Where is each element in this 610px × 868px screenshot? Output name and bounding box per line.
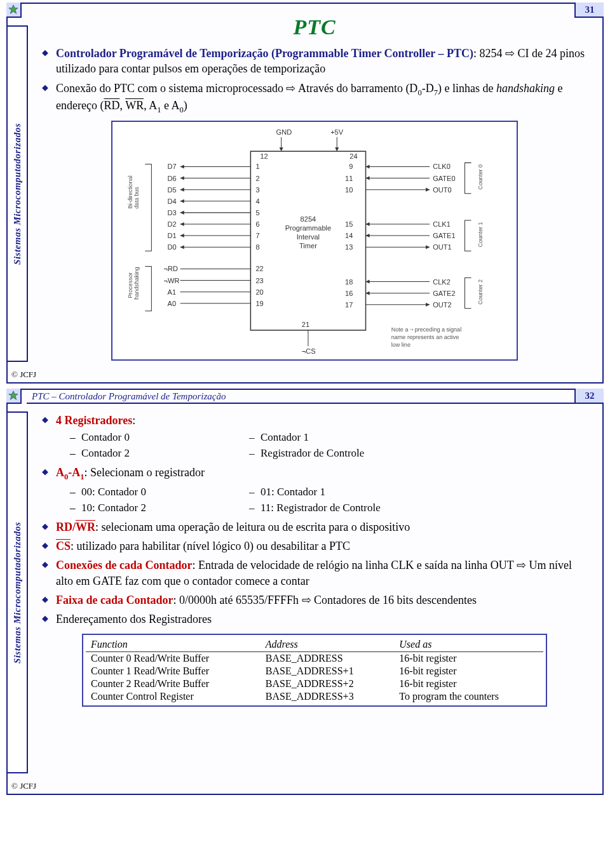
svg-marker-61 bbox=[426, 187, 430, 191]
left-bus: data bus bbox=[133, 186, 140, 208]
td-u2: 16-bit register bbox=[394, 678, 543, 690]
s1b: Contador 1 bbox=[249, 431, 309, 445]
svg-marker-79 bbox=[366, 279, 370, 283]
svg-text:CLK0: CLK0 bbox=[433, 163, 451, 170]
svg-marker-12 bbox=[180, 176, 184, 180]
b2-rd: RD bbox=[104, 99, 119, 112]
svg-marker-36 bbox=[180, 245, 184, 249]
td-u3: To program the counters bbox=[394, 690, 543, 703]
svg-text:D0: D0 bbox=[168, 243, 177, 251]
gnd-label: GND bbox=[276, 128, 292, 136]
svg-text:D4: D4 bbox=[168, 197, 177, 205]
svg-text:Counter 1: Counter 1 bbox=[477, 222, 484, 247]
svg-text:19: 19 bbox=[255, 300, 263, 307]
b1-colon: : bbox=[132, 414, 135, 427]
svg-text:D2: D2 bbox=[168, 220, 177, 228]
svg-marker-16 bbox=[180, 187, 184, 191]
table-row: Counter 0 Read/Write Buffer BASE_ADDRESS… bbox=[86, 651, 543, 665]
b2-g: e A bbox=[161, 99, 179, 112]
slide-title: PTC bbox=[39, 15, 590, 39]
note-1: Note a ¬ preceding a signal bbox=[391, 326, 461, 333]
sub-row-1: Contador 0 Contador 1 bbox=[70, 431, 590, 445]
svg-text:11: 11 bbox=[345, 174, 353, 182]
chip-l1: 8254 bbox=[301, 215, 316, 223]
svg-marker-66 bbox=[366, 222, 370, 226]
svg-marker-83 bbox=[366, 291, 370, 295]
svg-text:OUT1: OUT1 bbox=[433, 243, 452, 251]
svg-text:GATE1: GATE1 bbox=[433, 232, 455, 239]
sub-row-4: 10: Contador 2 11: Registrador de Contro… bbox=[70, 501, 590, 516]
s4b: 11: Registrador de Controle bbox=[249, 501, 381, 516]
td-a0: BASE_ADDRESS bbox=[261, 651, 395, 665]
b1-head: 4 Registradores bbox=[56, 414, 132, 427]
bullet-cs: CS: utilizado para habilitar (nível lógi… bbox=[42, 538, 590, 554]
svg-text:16: 16 bbox=[345, 289, 353, 297]
chip-l3: Interval bbox=[297, 233, 320, 241]
table-row: Counter 1 Read/Write Buffer BASE_ADDRESS… bbox=[86, 665, 543, 678]
slide-content: 4 Registradores: Contador 0 Contador 1 C… bbox=[39, 413, 590, 723]
table-row: Counter Control Register BASE_ADDRESS+3 … bbox=[86, 690, 543, 703]
slide-31: 31 Sistemas Microcomputadorizados © JCFJ… bbox=[6, 3, 604, 384]
b6-head: Faixa de cada Contador bbox=[56, 594, 173, 606]
svg-text:A1: A1 bbox=[168, 288, 177, 295]
svg-text:¬RD: ¬RD bbox=[163, 265, 177, 272]
svg-text:1: 1 bbox=[255, 163, 259, 170]
note-3: low line bbox=[391, 342, 410, 348]
bullet-endereco: Endereçamento dos Registradores bbox=[42, 611, 590, 627]
svg-text:15: 15 bbox=[345, 220, 353, 228]
b2-e: , bbox=[119, 99, 125, 112]
s4a: 10: Contador 2 bbox=[70, 501, 208, 516]
td-f0: Counter 0 Read/Write Buffer bbox=[86, 651, 261, 665]
subtitle: PTC – Controlador Programável de Tempori… bbox=[27, 390, 574, 404]
th-address: Address bbox=[261, 638, 395, 652]
th-function: Function bbox=[86, 638, 261, 652]
svg-text:14: 14 bbox=[345, 232, 353, 239]
register-table: Function Address Used as Counter 0 Read/… bbox=[82, 634, 547, 707]
b2-h: ) bbox=[184, 99, 187, 112]
b2-a: Conexão do PTC com o sistema microproces… bbox=[56, 82, 417, 95]
b2-wr: WR bbox=[125, 99, 144, 112]
footer: © JCFJ bbox=[11, 781, 36, 791]
td-a3: BASE_ADDRESS+3 bbox=[261, 690, 395, 703]
svg-text:OUT2: OUT2 bbox=[433, 301, 452, 309]
svg-text:2: 2 bbox=[255, 174, 259, 182]
td-a2: BASE_ADDRESS+2 bbox=[261, 678, 395, 690]
svg-marker-28 bbox=[180, 222, 184, 226]
page-number: 31 bbox=[574, 3, 604, 18]
td-a1: BASE_ADDRESS+1 bbox=[261, 665, 395, 678]
b4-tail: : utilizado para habilitar (nível lógico… bbox=[71, 540, 350, 552]
svg-text:D3: D3 bbox=[168, 209, 177, 217]
svg-text:3: 3 bbox=[255, 185, 259, 193]
svg-marker-2 bbox=[280, 147, 283, 151]
td-u1: 16-bit register bbox=[394, 665, 543, 678]
sub-row-2: Contador 2 Registrador de Controle bbox=[70, 446, 590, 461]
bullet-conexoes: Conexões de cada Contador: Entrada de ve… bbox=[42, 558, 590, 589]
svg-marker-57 bbox=[366, 176, 370, 180]
td-f3: Counter Control Register bbox=[86, 690, 261, 703]
svg-text:13: 13 bbox=[345, 243, 353, 251]
svg-text:6: 6 bbox=[255, 220, 259, 228]
svg-text:D7: D7 bbox=[168, 163, 177, 170]
slide-content: PTC Controlador Programável de Temporiza… bbox=[39, 15, 590, 377]
td-f2: Counter 2 Read/Write Buffer bbox=[86, 678, 261, 690]
svg-marker-70 bbox=[366, 234, 370, 237]
b6-tail: : 0/0000h até 65535/FFFFh ⇨ Contadores d… bbox=[173, 594, 477, 606]
vcc-label: +5V bbox=[330, 128, 344, 136]
data-pins: D7 1 D6 2 D5 3 D4 bbox=[168, 163, 260, 251]
slide-32: PTC – Controlador Programável de Tempori… bbox=[6, 389, 604, 795]
svg-text:CLK2: CLK2 bbox=[433, 277, 451, 285]
svg-text:GATE2: GATE2 bbox=[433, 289, 455, 297]
bullet-a0a1: A0-A1: Selecionam o registrador 00: Cont… bbox=[42, 465, 590, 515]
svg-marker-87 bbox=[426, 303, 430, 307]
svg-text:D1: D1 bbox=[168, 232, 177, 239]
b2-c: ) e linhas de bbox=[438, 82, 496, 95]
s3b: 01: Contador 1 bbox=[249, 485, 325, 500]
note-2: name represents an active bbox=[391, 334, 459, 340]
svg-marker-8 bbox=[180, 164, 184, 168]
td-u0: 16-bit register bbox=[394, 651, 543, 665]
svg-text:10: 10 bbox=[345, 185, 353, 193]
footer: © JCFJ bbox=[11, 370, 36, 380]
corner-icon bbox=[6, 389, 22, 404]
svg-marker-90 bbox=[9, 391, 18, 400]
svg-text:4: 4 bbox=[255, 197, 259, 205]
